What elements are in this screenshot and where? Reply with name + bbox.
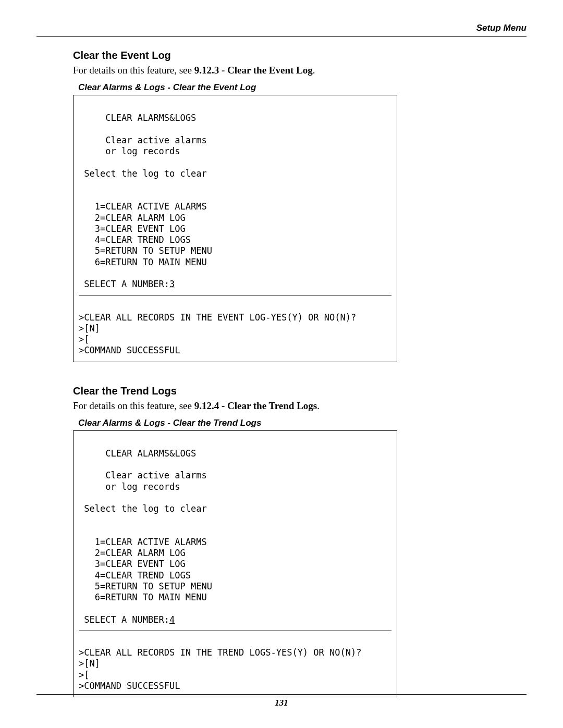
header-label: Setup Menu — [36, 23, 527, 36]
page-number: 131 — [36, 698, 527, 708]
lead-post: . — [313, 65, 315, 76]
page: Setup Menu Clear the Event Log For detai… — [0, 0, 563, 728]
term-line: or log records — [79, 146, 180, 156]
lead-trend: For details on this feature, see 9.12.4 … — [73, 400, 527, 412]
term-line: Select the log to clear — [79, 503, 207, 514]
lead-bold: 9.12.4 - Clear the Trend Logs — [194, 400, 317, 411]
term-line: Select the log to clear — [79, 168, 207, 179]
panel-divider — [79, 295, 391, 295]
term-line: or log records — [79, 482, 180, 492]
term-line: Clear active alarms — [79, 135, 207, 145]
term-line: SELECT A NUMBER:3 — [79, 279, 175, 289]
term-line: >COMMAND SUCCESSFUL — [79, 345, 180, 355]
term-line: 1=CLEAR ACTIVE ALARMS — [79, 201, 207, 212]
term-line: >[ — [79, 670, 89, 680]
term-line: >COMMAND SUCCESSFUL — [79, 681, 180, 691]
term-line: 2=CLEAR ALARM LOG — [79, 213, 186, 223]
term-line: CLEAR ALARMS&LOGS — [79, 448, 196, 459]
term-line: CLEAR ALARMS&LOGS — [79, 113, 196, 123]
section-heading-trend: Clear the Trend Logs — [73, 385, 527, 397]
lead-bold: 9.12.3 - Clear the Event Log — [194, 65, 313, 76]
term-line: >[ — [79, 334, 89, 344]
term-line: 2=CLEAR ALARM LOG — [79, 548, 186, 558]
footer: 131 — [36, 694, 527, 708]
content: Clear the Event Log For details on this … — [36, 37, 527, 697]
term-line: 6=RETURN TO MAIN MENU — [79, 592, 207, 602]
term-line: >CLEAR ALL RECORDS IN THE TREND LOGS-YES… — [79, 647, 361, 658]
caption-trend: Clear Alarms & Logs - Clear the Trend Lo… — [78, 418, 527, 428]
term-line: 4=CLEAR TREND LOGS — [79, 570, 191, 581]
select-number-input[interactable]: 4 — [169, 614, 175, 625]
term-line: 3=CLEAR EVENT LOG — [79, 224, 186, 234]
panel-divider — [79, 631, 391, 631]
term-line: SELECT A NUMBER:4 — [79, 614, 175, 625]
caption-event: Clear Alarms & Logs - Clear the Event Lo… — [78, 82, 527, 93]
term-line: 5=RETURN TO SETUP MENU — [79, 581, 212, 591]
term-line: >[N] — [79, 658, 100, 669]
term-line: 4=CLEAR TREND LOGS — [79, 235, 191, 245]
term-line: 1=CLEAR ACTIVE ALARMS — [79, 537, 207, 547]
terminal-panel-event: CLEAR ALARMS&LOGS Clear active alarms or… — [73, 95, 397, 362]
term-line: 6=RETURN TO MAIN MENU — [79, 257, 207, 267]
footer-rule — [36, 694, 527, 695]
term-line: 5=RETURN TO SETUP MENU — [79, 245, 212, 256]
lead-pre: For details on this feature, see — [73, 65, 194, 76]
select-number-input[interactable]: 3 — [169, 279, 175, 289]
term-line: 3=CLEAR EVENT LOG — [79, 559, 186, 569]
section-heading-event: Clear the Event Log — [73, 50, 527, 61]
term-line: >[N] — [79, 323, 100, 334]
lead-pre: For details on this feature, see — [73, 400, 194, 411]
lead-event: For details on this feature, see 9.12.3 … — [73, 65, 527, 76]
term-line: >CLEAR ALL RECORDS IN THE EVENT LOG-YES(… — [79, 312, 356, 323]
term-line: Clear active alarms — [79, 470, 207, 480]
lead-post: . — [317, 400, 320, 411]
terminal-panel-trend: CLEAR ALARMS&LOGS Clear active alarms or… — [73, 430, 397, 698]
